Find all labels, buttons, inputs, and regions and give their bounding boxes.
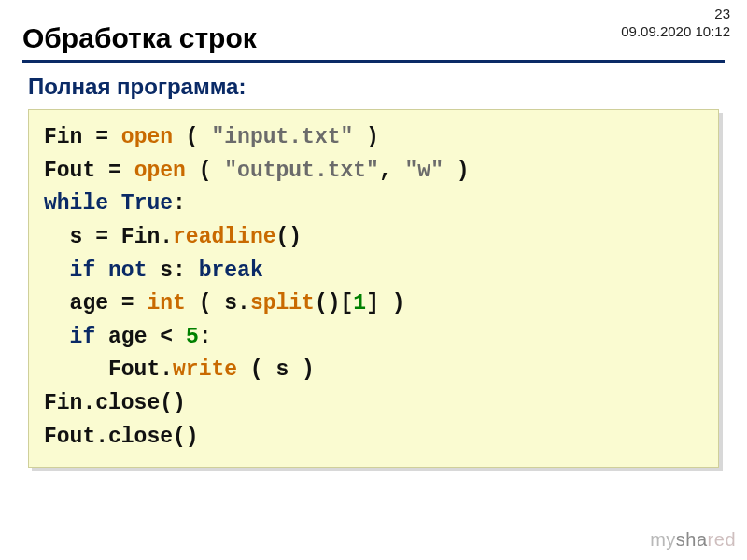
- timestamp: 09.09.2020 10:12: [621, 23, 730, 41]
- code-line-10: Fout.close(): [44, 425, 199, 449]
- watermark-part-1: my: [650, 529, 676, 550]
- watermark: myshared: [650, 529, 736, 551]
- page-title: Обработка строк: [22, 22, 725, 63]
- code-line-1: Fin = open ( "input.txt" ): [44, 125, 379, 149]
- slide-meta: 23 09.09.2020 10:12: [621, 6, 730, 41]
- code-line-4: s = Fin.readline(): [44, 225, 302, 249]
- code-line-9: Fin.close(): [44, 391, 186, 415]
- code-line-2: Fout = open ( "output.txt", "w" ): [44, 159, 470, 183]
- code-line-3: while True:: [44, 191, 186, 216]
- code-line-7: if age < 5:: [44, 325, 212, 349]
- code-line-5: if not s: break: [44, 259, 263, 283]
- code-line-6: age = int ( s.split()[1] ): [44, 291, 405, 315]
- code-line-8: Fout.write ( s ): [44, 357, 315, 382]
- slide: 23 09.09.2020 10:12 Обработка строк Полн…: [0, 0, 747, 560]
- watermark-part-2: sha: [676, 529, 708, 550]
- subtitle: Полная программа:: [28, 74, 725, 100]
- code-block: Fin = open ( "input.txt" ) Fout = open (…: [28, 109, 719, 468]
- watermark-part-3: red: [708, 529, 736, 550]
- page-number: 23: [621, 6, 730, 23]
